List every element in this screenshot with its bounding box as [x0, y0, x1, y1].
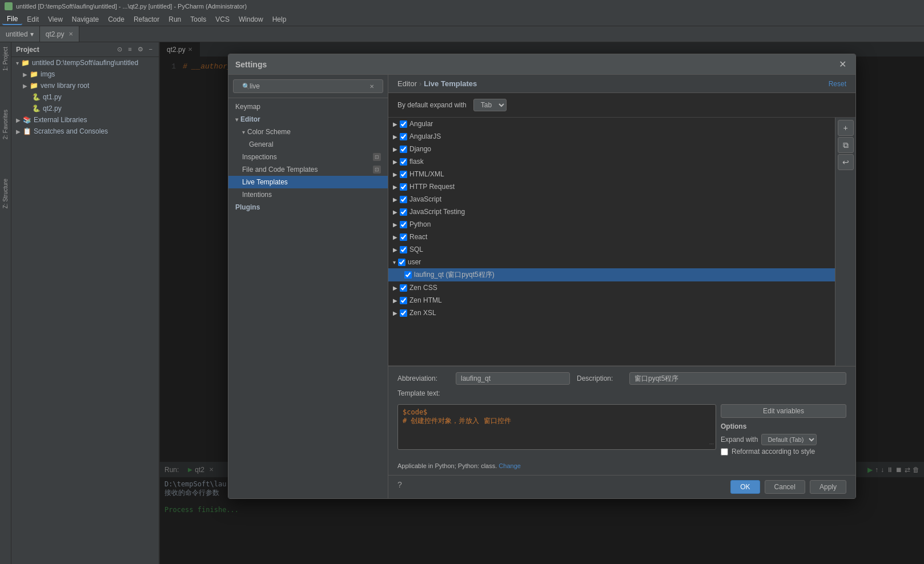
file-tab-close[interactable]: ✕ [69, 31, 73, 37]
menu-tools[interactable]: Tools [186, 14, 211, 25]
settings-item-live-templates[interactable]: Live Templates [228, 176, 388, 188]
apply-button[interactable]: Apply [810, 480, 846, 494]
menu-file[interactable]: File [2, 14, 22, 25]
vertical-tab-favorites[interactable]: 2: Favorites [1, 107, 10, 142]
zen-css-checkbox[interactable] [400, 284, 407, 292]
zen-html-checkbox[interactable] [400, 297, 407, 304]
settings-item-intentions[interactable]: Intentions [228, 188, 388, 201]
template-group-js-testing[interactable]: ▶ JavaScript Testing [388, 206, 835, 218]
react-arrow: ▶ [393, 234, 397, 240]
tree-arrow-untitled: ▾ [16, 60, 19, 66]
breadcrumb: Editor › Live Templates [397, 79, 477, 88]
template-group-user[interactable]: ▾ user [388, 256, 835, 268]
desc-input[interactable] [629, 372, 846, 385]
help-button[interactable]: ? [397, 480, 402, 494]
template-group-python[interactable]: ▶ Python [388, 218, 835, 231]
template-group-js[interactable]: ▶ JavaScript [388, 193, 835, 206]
tree-venv[interactable]: ▶ 📁 venv library root [11, 80, 159, 91]
http-checkbox[interactable] [400, 183, 407, 191]
settings-item-editor[interactable]: ▾ Editor [228, 113, 388, 126]
settings-item-general[interactable]: General [228, 138, 388, 151]
collapse-icon[interactable]: ≡ [126, 45, 133, 54]
ok-button[interactable]: OK [730, 480, 760, 494]
reformat-checkbox[interactable] [721, 448, 728, 456]
template-group-http[interactable]: ▶ HTTP Request [388, 180, 835, 193]
expand-select[interactable]: Tab [473, 99, 507, 111]
laufing-checkbox[interactable] [404, 271, 412, 279]
abbr-input[interactable] [456, 372, 570, 385]
template-group-django[interactable]: ▶ Django [388, 143, 835, 155]
settings-item-file-templates[interactable]: File and Code Templates ⊡ [228, 163, 388, 176]
file-tab-label: qt2.py [46, 30, 65, 38]
template-group-zen-html[interactable]: ▶ Zen HTML [388, 294, 835, 307]
project-tab[interactable]: untitled ▾ [0, 26, 40, 42]
settings-search-input[interactable] [233, 79, 383, 93]
settings-item-color-scheme[interactable]: ▾ Color Scheme [228, 126, 388, 138]
sql-checkbox[interactable] [400, 246, 407, 253]
angularjs-checkbox[interactable] [400, 133, 407, 140]
template-group-angular[interactable]: ▶ Angular [388, 118, 835, 130]
search-clear-icon[interactable]: ✕ [369, 83, 374, 90]
options-title: Options [721, 422, 846, 430]
tree-qt1[interactable]: 🐍 qt1.py [11, 91, 159, 103]
template-subitem-laufing[interactable]: laufing_qt (窗口pyqt5程序) [388, 268, 835, 281]
vertical-tab-structure[interactable]: Z: Structure [1, 176, 10, 211]
minimize-icon[interactable]: − [147, 45, 154, 54]
menu-run[interactable]: Run [164, 14, 186, 25]
tree-scratches[interactable]: ▶ 📋 Scratches and Consoles [11, 126, 159, 137]
template-group-flask[interactable]: ▶ flask [388, 155, 835, 168]
html-checkbox[interactable] [400, 171, 407, 178]
settings-item-plugins[interactable]: Plugins [228, 201, 388, 213]
file-tab[interactable]: qt2.py ✕ [40, 26, 80, 42]
tree-qt2[interactable]: 🐍 qt2.py [11, 103, 159, 114]
expand-option-select[interactable]: Default (Tab) [761, 434, 817, 445]
flask-checkbox[interactable] [400, 158, 407, 166]
template-group-sql[interactable]: ▶ SQL [388, 243, 835, 256]
change-link[interactable]: Change [499, 462, 521, 469]
user-checkbox[interactable] [398, 259, 405, 266]
breadcrumb-editor: Editor [397, 79, 417, 88]
reset-link[interactable]: Reset [829, 80, 846, 88]
settings-item-keymap[interactable]: Keymap [228, 100, 388, 113]
dialog-close-button[interactable]: ✕ [837, 59, 849, 70]
menu-view[interactable]: View [43, 14, 67, 25]
tree-label-scratch: Scratches and Consoles [34, 127, 108, 135]
sync-icon[interactable]: ⊙ [115, 45, 124, 54]
template-group-angularjs[interactable]: ▶ AngularJS [388, 130, 835, 143]
js-checkbox[interactable] [400, 196, 407, 203]
vertical-tab-project[interactable]: 1: Project [1, 45, 10, 73]
menu-vcs[interactable]: VCS [211, 14, 234, 25]
template-group-zen-css[interactable]: ▶ Zen CSS [388, 281, 835, 294]
abbr-label: Abbreviation: [397, 374, 449, 382]
template-group-react[interactable]: ▶ React [388, 231, 835, 243]
edit-variables-button[interactable]: Edit variables [721, 404, 846, 418]
html-arrow: ▶ [393, 171, 397, 178]
revert-template-button[interactable]: ↩ [838, 154, 854, 170]
menu-refactor[interactable]: Refactor [129, 14, 164, 25]
menu-code[interactable]: Code [103, 14, 129, 25]
tree-untitled[interactable]: ▾ 📁 untitled D:\tempSoft\laufing\untitle… [11, 57, 159, 69]
settings-item-inspections[interactable]: Inspections ⊡ [228, 151, 388, 163]
tree-imgs[interactable]: ▶ 📁 imgs [11, 69, 159, 80]
menu-window[interactable]: Window [234, 14, 268, 25]
menu-navigate[interactable]: Navigate [67, 14, 103, 25]
angular-checkbox[interactable] [400, 120, 407, 128]
cancel-button[interactable]: Cancel [765, 480, 805, 494]
js-testing-checkbox[interactable] [400, 208, 407, 216]
copy-template-button[interactable]: ⧉ [838, 137, 854, 153]
template-group-zen-xsl[interactable]: ▶ Zen XSL [388, 307, 835, 319]
zen-html-label: Zen HTML [409, 296, 442, 304]
tree-ext-libs[interactable]: ▶ 📚 External Libraries [11, 114, 159, 126]
template-group-html[interactable]: ▶ HTML/XML [388, 168, 835, 180]
react-checkbox[interactable] [400, 233, 407, 241]
menu-help[interactable]: Help [268, 14, 291, 25]
settings-icon[interactable]: ⚙ [136, 45, 145, 54]
zen-xsl-checkbox[interactable] [400, 309, 407, 317]
python-checkbox[interactable] [400, 221, 407, 228]
template-textarea[interactable]: $code$ # 创建控件对象，并放入 窗口控件 [397, 404, 716, 450]
add-template-button[interactable]: + [838, 120, 854, 136]
django-checkbox[interactable] [400, 146, 407, 153]
menu-edit[interactable]: Edit [22, 14, 43, 25]
folder-icon-ext: 📚 [23, 116, 31, 124]
expand-option-label: Expand with [721, 436, 758, 444]
